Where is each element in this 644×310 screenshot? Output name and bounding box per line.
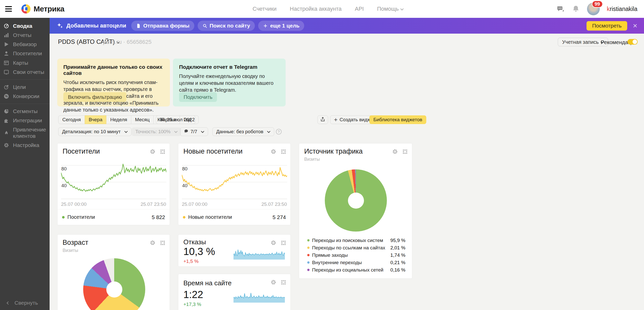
user-cluster: 99 kristianakila — [557, 0, 637, 18]
goal-pill-1[interactable]: Отправка формы — [131, 21, 194, 31]
period-tab-неделя[interactable]: Неделя — [106, 115, 131, 124]
widget-title: Источник трафика — [304, 147, 363, 155]
sidebar-item-bars[interactable]: Отчеты — [0, 31, 50, 40]
legend-label: Переходы по ссылкам на сайтах — [312, 245, 388, 251]
x-axis-labels: 25.07 00:0025.07 23:50 — [182, 201, 287, 207]
goal-pill-3[interactable]: еще 1 цель — [258, 21, 304, 31]
svg-text:80: 80 — [182, 166, 187, 171]
sidebar-item-percent[interactable]: %Конверсии — [0, 92, 50, 101]
svg-text:40: 40 — [182, 183, 187, 188]
sidebar-divider — [0, 79, 50, 80]
goal-pill-2[interactable]: Поиск по сайту — [198, 21, 255, 31]
legend-value: 1,74 % — [390, 252, 405, 258]
top-nav: СчетчикиНастройка аккаунтаAPIПомощь — [253, 0, 404, 18]
enable-filtering-button[interactable]: Включить фильтрацию — [63, 92, 126, 102]
notification-badge: 99 — [592, 1, 603, 8]
username[interactable]: kristianakila — [607, 6, 637, 12]
chart-legend: Посетители 5 822 — [57, 209, 170, 225]
widget-bounce-rate: Отказы 10,3 % +1,5 % — [178, 234, 291, 267]
banner-goals: Отправка формыПоиск по сайтуеще 1 цель — [131, 21, 308, 31]
notice-telegram: Подключите отчет в Telegram Получайте еж… — [173, 59, 286, 106]
logo-text: Метрика — [34, 5, 64, 13]
drag-handle-icon[interactable] — [280, 149, 286, 155]
sidebar-item-person[interactable]: Посетители — [0, 49, 50, 58]
drag-handle-icon[interactable] — [280, 279, 286, 285]
drag-handle-icon[interactable] — [402, 149, 408, 155]
gear-icon[interactable] — [150, 149, 156, 155]
widget-title: Отказы — [183, 238, 206, 246]
recommendations-toggle[interactable] — [627, 39, 638, 45]
sidebar-item-monitor[interactable]: Свои отчеты — [0, 68, 50, 77]
nav-item-3[interactable]: API — [355, 6, 364, 12]
nav-item-2[interactable]: Настройка аккаунта — [290, 6, 342, 12]
sidebar-item-layout[interactable]: Карты — [0, 58, 50, 68]
period-tab-сегодня[interactable]: Сегодня — [58, 115, 85, 124]
gear-icon[interactable] — [270, 149, 276, 155]
drag-handle-icon[interactable] — [159, 149, 166, 155]
gear-icon[interactable] — [270, 240, 276, 246]
avatar[interactable]: 99 — [587, 3, 600, 15]
widget-actions — [270, 149, 286, 155]
widget-subtitle: Визиты — [63, 248, 78, 253]
visitors-line-chart: 8040 — [61, 162, 166, 200]
sidebar-item-puzzle[interactable]: Интеграции — [0, 116, 50, 125]
sidebar-item-target[interactable]: Цели — [0, 83, 50, 92]
traffic-legend-row[interactable]: Переходы из социальных сетей0,16 % — [299, 266, 412, 274]
hamburger-menu-icon[interactable] — [5, 6, 12, 12]
widget-library-button[interactable]: Библиотека виджетов — [369, 115, 426, 124]
legend-dot — [307, 247, 310, 249]
drag-handle-icon[interactable] — [280, 240, 286, 246]
nav-item-1[interactable]: Счетчики — [253, 6, 276, 12]
traffic-legend-row[interactable]: Переходы из поисковых систем95,9 % — [299, 237, 412, 244]
traffic-legend-row[interactable]: Внутренние переходы0,21 % — [299, 259, 412, 266]
view-goals-button[interactable]: Посмотреть — [587, 21, 627, 31]
new-visitors-line-chart: 8040 — [182, 162, 287, 200]
traffic-legend-row[interactable]: Переходы по ссылкам на сайтах2,01 % — [299, 244, 412, 251]
accuracy-filter[interactable]: Точность: 100% — [132, 127, 181, 136]
widget-title: Посетители — [63, 147, 100, 155]
gear-icon[interactable] — [270, 279, 276, 285]
traffic-legend-row[interactable]: Прямые заходы1,74 % — [299, 251, 412, 259]
sidebar-item-label: Привлечение клиентов — [13, 127, 45, 139]
sidebar-item-pie[interactable]: Сегменты — [0, 107, 50, 116]
detail-filter[interactable]: Детализация: по 10 минут — [58, 127, 131, 136]
gear-icon[interactable] — [392, 149, 398, 155]
time-value: 1:22 — [183, 289, 203, 300]
comment-bubble-icon — [184, 129, 188, 135]
top-header: Метрика СчетчикиНастройка аккаунтаAPIПом… — [0, 0, 644, 18]
export-button[interactable] — [317, 115, 328, 124]
widget-age: Возраст Визиты — [57, 234, 170, 310]
banner-title: Добавлены автоцели — [66, 22, 126, 29]
svg-text:40: 40 — [61, 183, 67, 188]
period-tab-вчера[interactable]: Вчера — [85, 115, 107, 124]
nav-item-4[interactable]: Помощь — [377, 6, 404, 12]
sidebar-item-play[interactable]: Вебвизор — [0, 40, 50, 49]
help-question-icon[interactable]: ? — [275, 128, 282, 135]
chat-icon[interactable] — [557, 5, 565, 13]
widget-actions — [392, 149, 408, 155]
date-picker-button[interactable]: 25 июл 2022 — [156, 115, 199, 124]
data-filter[interactable]: Данные: без роботов — [212, 127, 274, 136]
days-filter[interactable]: 7/7 — [180, 127, 208, 136]
connect-telegram-button[interactable]: Подключить — [179, 92, 217, 102]
plus-icon — [263, 23, 268, 28]
close-icon[interactable]: × — [629, 21, 641, 30]
sidebar-collapse-button[interactable]: Свернуть — [7, 300, 38, 306]
sidebar-item-flame[interactable]: Привлечение клиентов — [0, 125, 50, 140]
layout-icon — [4, 60, 9, 66]
drag-handle-icon[interactable] — [159, 240, 166, 246]
period-tab-месяц[interactable]: Месяц — [131, 115, 154, 124]
goal-pill-label: еще 1 цель — [270, 23, 299, 29]
percent-icon: % — [4, 93, 9, 99]
metrica-logo[interactable]: Метрика — [21, 4, 64, 14]
sidebar-item-gear[interactable]: Настройка — [0, 141, 50, 150]
target-icon — [4, 84, 9, 90]
notice-body: Получайте еженедельную сводку по целям и… — [179, 73, 280, 93]
sidebar-item-label: Отчеты — [13, 32, 32, 38]
notice-spam-filter: Принимайте данные только со своих сайтов… — [57, 59, 170, 106]
sidebar-item-gauge[interactable]: Сводка — [0, 21, 50, 31]
gear-icon[interactable] — [150, 240, 156, 246]
legend-value: 2,01 % — [390, 245, 405, 251]
bell-icon[interactable] — [572, 5, 580, 13]
notice-title: Принимайте данные только со своих сайтов — [63, 64, 164, 76]
